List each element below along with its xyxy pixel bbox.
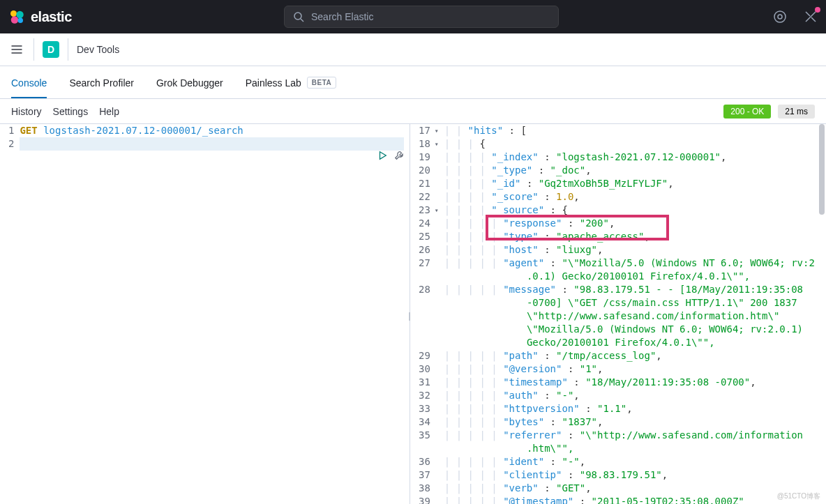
beta-badge: BETA: [307, 77, 336, 89]
time-badge: 21 ms: [778, 105, 815, 119]
nav-menu-button[interactable]: [8, 41, 25, 58]
tab-label: Console: [11, 77, 47, 89]
global-header: elastic: [0, 0, 826, 33]
svg-point-1: [16, 11, 24, 19]
elastic-logo-icon: [8, 8, 25, 25]
search-input[interactable]: [311, 11, 550, 22]
breadcrumb[interactable]: Dev Tools: [77, 44, 119, 55]
wrench-icon[interactable]: [394, 151, 404, 160]
help-link[interactable]: Help: [99, 106, 119, 117]
tabs: Console Search Profiler Grok Debugger Pa…: [0, 66, 826, 99]
response-gutter: 17▾18▾1920212223▾24252627 28 29303132333…: [410, 124, 444, 504]
newsfeed-icon[interactable]: [804, 10, 818, 24]
app-badge: D: [43, 41, 59, 58]
tab-console[interactable]: Console: [11, 69, 47, 98]
notification-dot: [815, 7, 820, 13]
app-subheader: D Dev Tools: [0, 33, 826, 66]
response-code: | | "hits" : [| | | {| | | | "_index" : …: [444, 124, 826, 504]
header-actions: [773, 10, 818, 24]
console-toolbar: History Settings Help 200 - OK 21 ms: [0, 99, 826, 124]
svg-point-6: [778, 15, 782, 19]
brand-text: elastic: [31, 9, 72, 25]
divider: [33, 38, 34, 61]
tab-grok-debugger[interactable]: Grok Debugger: [156, 69, 223, 98]
tab-label: Search Profiler: [69, 77, 134, 89]
global-search[interactable]: [284, 6, 559, 28]
search-icon: [293, 11, 304, 22]
svg-point-0: [10, 10, 17, 17]
tab-search-profiler[interactable]: Search Profiler: [69, 69, 134, 98]
editor-split: 12 GET logstash-2021.07.12-000001/_searc…: [0, 124, 826, 504]
request-pane[interactable]: 12 GET logstash-2021.07.12-000001/_searc…: [0, 124, 410, 504]
run-icon[interactable]: [377, 151, 387, 160]
request-actions: [377, 151, 404, 160]
response-pane[interactable]: 17▾18▾1920212223▾24252627 28 29303132333…: [410, 124, 826, 504]
svg-point-4: [294, 13, 301, 20]
svg-point-2: [11, 16, 19, 24]
history-link[interactable]: History: [11, 106, 42, 117]
tab-painless-lab[interactable]: Painless LabBETA: [246, 68, 337, 98]
help-icon[interactable]: [773, 10, 787, 24]
divider: [68, 38, 68, 61]
settings-link[interactable]: Settings: [53, 106, 89, 117]
request-code[interactable]: GET logstash-2021.07.12-000001/_search: [20, 124, 410, 151]
scrollbar-thumb[interactable]: [819, 124, 825, 215]
tab-label: Painless Lab: [246, 77, 301, 89]
svg-point-5: [774, 11, 786, 22]
logo[interactable]: elastic: [8, 8, 72, 25]
tab-label: Grok Debugger: [156, 77, 223, 89]
watermark: @51CTO博客: [777, 491, 820, 501]
request-gutter: 12: [0, 124, 20, 151]
svg-point-3: [18, 18, 24, 24]
status-badge: 200 - OK: [723, 105, 771, 119]
